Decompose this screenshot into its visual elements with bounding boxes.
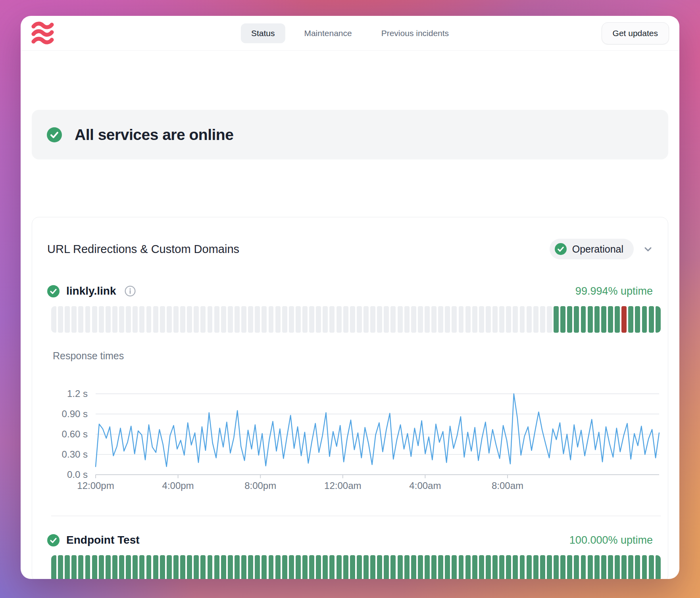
uptime-day-bar-green [642,555,647,579]
uptime-day-bar-green [92,555,97,579]
uptime-bar-track[interactable] [51,306,661,333]
uptime-day-bar-green [642,306,647,333]
uptime-percentage: 100.000% uptime [569,534,653,546]
uptime-day-bar-gray [431,306,437,333]
uptime-day-bar-green [51,555,56,579]
uptime-day-bar-gray [459,306,464,333]
info-icon[interactable] [125,286,136,297]
uptime-day-bar-green [160,555,165,579]
uptime-day-bar-gray [221,306,226,333]
uptime-day-bar-green [635,306,640,333]
uptime-day-bar-gray [357,306,362,333]
check-circle-icon [47,534,60,546]
uptime-day-bar-gray [241,306,246,333]
uptime-day-bar-gray [275,306,281,333]
uptime-day-bar-gray [173,306,179,333]
uptime-day-bar-gray [262,306,267,333]
uptime-day-bar-green [337,555,342,579]
uptime-day-bar-green [418,555,423,579]
uptime-day-bar-green [621,555,627,579]
uptime-day-bar-gray [337,306,342,333]
uptime-day-bar-green [58,555,63,579]
service-name: linkly.link [66,285,116,297]
nav-tab-maintenance[interactable]: Maintenance [294,23,362,43]
uptime-day-bar-green [377,555,382,579]
uptime-day-bar-green [554,555,559,579]
uptime-day-bar-green [85,555,90,579]
uptime-day-bar-green [628,555,633,579]
uptime-day-bar-green [438,555,443,579]
uptime-day-bar-gray [65,306,70,333]
response-times-chart: 1.2 s0.90 s0.60 s0.30 s0.0 s12:00pm4:00p… [32,362,668,493]
uptime-day-bar-green [499,555,504,579]
uptime-day-bar-gray [106,306,111,333]
uptime-day-bar-green [200,555,206,579]
svg-text:8:00am: 8:00am [492,480,523,491]
uptime-day-bar-gray [533,306,538,333]
uptime-day-bar-gray [547,306,552,333]
uptime-day-bar-green [241,555,246,579]
overall-status-text: All services are online [75,126,233,144]
chevron-down-icon[interactable] [642,243,654,255]
brand-wave-logo-icon [31,21,54,46]
uptime-day-bar-green [492,555,498,579]
uptime-day-bar-green [615,306,620,333]
uptime-day-bar-gray [438,306,443,333]
uptime-bar-track[interactable] [51,555,661,579]
uptime-day-bar-green [214,555,219,579]
uptime-day-bar-green [71,555,77,579]
overall-status-banner: All services are online [32,110,668,159]
operational-status-badge[interactable]: Operational [550,239,634,259]
uptime-day-bar-green [309,555,314,579]
uptime-day-bar-green [343,555,348,579]
uptime-day-bar-green [133,555,138,579]
uptime-day-bar-green [275,555,281,579]
uptime-day-bar-gray [228,306,233,333]
uptime-day-bar-green [574,306,579,333]
uptime-day-bar-gray [418,306,423,333]
svg-text:12:00pm: 12:00pm [77,480,114,491]
uptime-day-bar-gray [370,306,375,333]
uptime-day-bar-green [350,555,355,579]
uptime-day-bar-gray [398,306,403,333]
uptime-day-bar-green [472,555,477,579]
uptime-day-bar-green [513,555,518,579]
uptime-day-bar-green [235,555,240,579]
uptime-day-bar-gray [248,306,253,333]
uptime-day-bar-gray [126,306,131,333]
uptime-day-bar-green [581,306,586,333]
svg-text:4:00pm: 4:00pm [162,480,194,491]
uptime-day-bar-gray [309,306,314,333]
uptime-day-bar-gray [200,306,206,333]
uptime-day-bar-gray [51,306,56,333]
nav-tab-status[interactable]: Status [241,23,285,43]
uptime-day-bar-gray [472,306,477,333]
service-group-title: URL Redirections & Custom Domains [47,243,239,256]
get-updates-button[interactable]: Get updates [602,22,669,44]
uptime-day-bar-green [384,555,389,579]
uptime-day-bar-gray [329,306,335,333]
uptime-day-bar-red [621,306,627,333]
uptime-day-bar-gray [465,306,471,333]
uptime-day-bar-green [656,555,661,579]
uptime-day-bar-green [459,555,464,579]
uptime-day-bar-gray [411,306,416,333]
uptime-day-bar-green [527,555,532,579]
uptime-day-bar-gray [282,306,287,333]
service-name: Endpoint Test [66,534,140,546]
uptime-day-bar-gray [492,306,498,333]
uptime-day-bar-gray [540,306,545,333]
uptime-day-bar-gray [71,306,77,333]
uptime-day-bar-green [431,555,437,579]
nav-tab-previous-incidents[interactable]: Previous incidents [371,23,459,43]
uptime-day-bar-green [649,306,654,333]
uptime-day-bar-gray [146,306,152,333]
svg-text:1.2 s: 1.2 s [67,388,88,399]
uptime-day-bar-gray [58,306,63,333]
uptime-day-bar-gray [445,306,450,333]
uptime-day-bar-green [567,555,572,579]
uptime-day-bar-gray [180,306,185,333]
uptime-day-bar-green [119,555,124,579]
uptime-day-bar-green [302,555,308,579]
uptime-day-bar-gray [269,306,274,333]
